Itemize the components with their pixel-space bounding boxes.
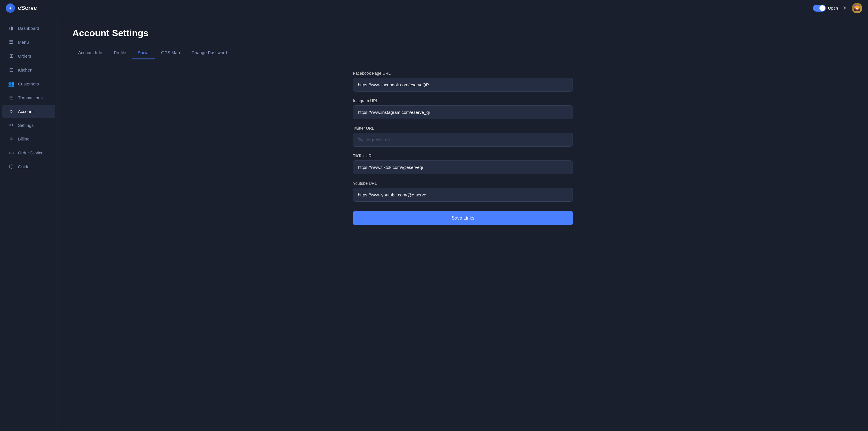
toggle-knob [819,5,825,11]
sidebar-icon-billing: ≡ [8,136,14,142]
theme-icon[interactable]: ☀ [842,5,847,11]
facebook-group: Facebook Page URL [353,71,573,91]
sidebar-icon-settings: ✂ [8,122,14,128]
logo-icon [6,3,15,13]
sidebar-label-order-device: Order Device [18,150,43,155]
sidebar-label-account: Account [18,109,34,114]
instagram-group: Intagram URL [353,98,573,119]
youtube-input[interactable] [353,188,573,202]
tiktok-input[interactable] [353,161,573,174]
instagram-input[interactable] [353,106,573,119]
tab-account-info[interactable]: Account Info [72,47,108,59]
sidebar-icon-order-device: ▭ [8,149,14,156]
sidebar-item-billing[interactable]: ≡ Billing [2,133,55,145]
sidebar-icon-transactions: ⊟ [8,94,14,101]
status-toggle-wrap[interactable]: Open [813,5,838,11]
sidebar-label-customers: Customers [18,81,39,86]
sidebar-icon-guide: ⬡ [8,163,14,170]
tiktok-group: TikTok URL [353,153,573,174]
sidebar-item-transactions[interactable]: ⊟ Transactions [2,91,55,104]
sidebar-item-dashboard[interactable]: ◑ Dashboard [2,22,55,35]
status-label: Open [828,6,838,10]
instagram-label: Intagram URL [353,98,573,103]
sidebar-label-kitchen: Kitchen [18,67,32,73]
sidebar-icon-orders: ⊞ [8,53,14,59]
sidebar-label-guide: Guide [18,164,30,169]
topnav: eServe Open ☀ 🌄 [0,0,868,16]
facebook-input[interactable] [353,78,573,91]
tab-gps-map[interactable]: GPS Map [155,47,186,59]
social-form: Facebook Page URL Intagram URL Twitter U… [353,71,573,225]
main-content: Account Settings Account InfoProfileSoci… [58,16,868,431]
sidebar-icon-menu: ☰ [8,39,14,45]
tab-change-password[interactable]: Change Password [186,47,233,59]
page-title: Account Settings [72,28,854,38]
layout: ◑ Dashboard ☰ Menu ⊞ Orders ⊡ Kitchen 👥 … [0,16,868,431]
sidebar-item-kitchen[interactable]: ⊡ Kitchen [2,63,55,77]
sidebar-item-orders[interactable]: ⊞ Orders [2,49,55,63]
topnav-right: Open ☀ 🌄 [813,3,862,13]
open-toggle[interactable] [813,5,826,11]
logo: eServe [6,3,813,13]
sidebar-icon-account: ○ [8,108,14,114]
tab-social[interactable]: Social [132,47,155,59]
sidebar-item-guide[interactable]: ⬡ Guide [2,160,55,173]
sidebar-item-order-device[interactable]: ▭ Order Device [2,146,55,159]
sidebar-label-orders: Orders [18,54,31,58]
twitter-input[interactable] [353,133,573,147]
youtube-group: Youtube URL [353,181,573,202]
tabs: Account InfoProfileSocialGPS MapChange P… [72,47,854,59]
sidebar-item-menu[interactable]: ☰ Menu [2,35,55,49]
sidebar-label-menu: Menu [18,40,29,45]
twitter-group: Twitter URL [353,126,573,147]
avatar[interactable]: 🌄 [852,3,862,13]
tab-profile[interactable]: Profile [108,47,132,59]
sidebar-icon-dashboard: ◑ [8,25,14,31]
sidebar-label-settings: Settings [18,123,34,128]
sidebar-item-account[interactable]: ○ Account [2,105,55,118]
sidebar-item-settings[interactable]: ✂ Settings [2,118,55,132]
tiktok-label: TikTok URL [353,153,573,158]
sidebar-icon-kitchen: ⊡ [8,67,14,73]
save-links-button[interactable]: Save Links [353,211,573,225]
sidebar-item-customers[interactable]: 👥 Customers [2,77,55,90]
sidebar-label-billing: Billing [18,137,30,141]
sidebar-label-transactions: Transactions [18,95,42,100]
sidebar-label-dashboard: Dashboard [18,26,39,31]
app-name: eServe [18,5,37,11]
youtube-label: Youtube URL [353,181,573,186]
sidebar: ◑ Dashboard ☰ Menu ⊞ Orders ⊡ Kitchen 👥 … [0,16,58,431]
twitter-label: Twitter URL [353,126,573,131]
facebook-label: Facebook Page URL [353,71,573,76]
sidebar-icon-customers: 👥 [8,81,14,87]
